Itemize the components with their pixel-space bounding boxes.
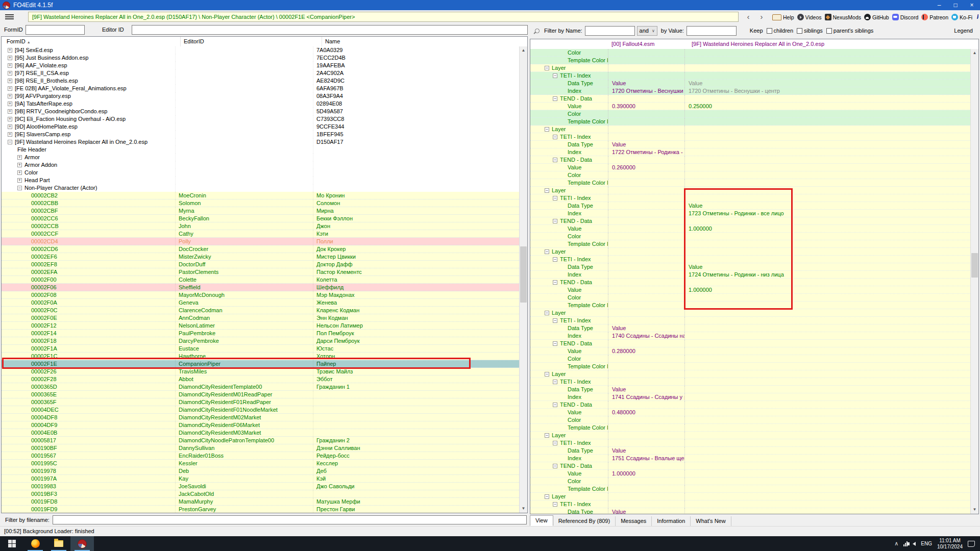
compare-row[interactable]: −Layer [530,64,970,72]
compare-row[interactable]: −TETI - Index [530,317,970,324]
table-row[interactable]: 00002F14PaulPembrokeПол Пемброук [2,330,519,337]
compare-row[interactable]: Template Color I... [530,302,970,309]
tree-row[interactable]: +Armor [2,154,519,161]
table-row[interactable]: 00002F1ECompanionPiperПайпер [2,360,519,368]
tree-row[interactable]: +Armor Addon [2,161,519,169]
compare-row[interactable]: Index1741 Ссадины - Ссадины у рта 1 [530,393,970,401]
column-fallout4-esm[interactable]: [00] Fallout4.esm [608,39,688,49]
compare-row[interactable]: Color [530,416,970,424]
table-row[interactable]: 00004DF8DiamondCityResidentM02Market [2,414,519,421]
table-row[interactable]: 00002EFAPastorClementsПастор Клементс [2,268,519,276]
expand-icon[interactable]: + [17,170,22,175]
tree-row[interactable]: +Color [2,169,519,177]
compare-row[interactable]: Template Color I... [530,240,970,248]
compare-row[interactable]: Index1723 Отметины - Родинки - все лицо [530,210,970,217]
tray-chevron-icon[interactable]: ∧ [894,540,898,547]
collapse-icon[interactable]: − [545,494,549,499]
tab-information[interactable]: Information [652,516,691,526]
table-row[interactable]: 00002CCBJohnДжон [2,222,519,230]
table-row[interactable]: 00002F0CClarenceCodmanКларенс Кодман [2,307,519,314]
tree-row[interactable]: +[9B] RRTV_GoodneighborCondo.esp5D49A587 [2,108,519,115]
taskbar-fo4edit[interactable] [70,536,94,551]
compare-row[interactable]: −TETI - Index [530,194,970,202]
scrollbar-thumb[interactable] [520,246,527,303]
expand-icon[interactable]: + [8,109,12,114]
tree-row[interactable]: +[9E] SlaversCamp.esp1BFEF945 [2,131,519,138]
compare-row[interactable]: Index1724 Отметины - Родинки - низ лица [530,271,970,279]
table-row[interactable]: 00004DF9DiamondCityResidentF06Market [2,421,519,429]
compare-row[interactable]: −TETI - Index [530,256,970,263]
table-row[interactable]: 00002F1CHawthorneХоторн [2,353,519,360]
compare-row[interactable]: −Layer [530,187,970,194]
collapse-icon[interactable]: − [545,127,549,132]
scroll-up-icon[interactable]: ▲ [971,49,978,57]
expand-icon[interactable]: + [8,71,12,76]
compare-row[interactable]: −Layer [530,370,970,378]
table-row[interactable]: 00002EF8DoctorDuffДоктор Дафф [2,261,519,268]
compare-row[interactable]: −Layer [530,309,970,317]
tree-row[interactable]: +[99] AFVPurgatory.esp08A3F9A4 [2,92,519,100]
tree-row[interactable]: +[9D] AlootHomePlate.esp9CCFE344 [2,123,519,131]
compare-row[interactable]: Data TypeValue [530,447,970,455]
compare-row[interactable]: Value0.260000 [530,164,970,171]
expand-icon[interactable]: + [8,63,12,68]
collapse-icon[interactable]: − [545,433,549,438]
network-icon[interactable] [903,541,908,546]
table-row[interactable]: 00002F12NelsonLatimerНельсон Латимер [2,322,519,330]
close-button[interactable]: × [964,0,980,10]
speaker-icon[interactable] [913,542,916,546]
table-row[interactable]: 00019FD9PrestonGarveyПрестон Гарви [2,506,519,513]
compare-row[interactable]: −Layer [530,493,970,500]
compare-row[interactable]: −TEND - Data [530,279,970,286]
table-row[interactable]: 0000365FDiamondCityResidentF01ReadPaper [2,398,519,406]
collapse-icon[interactable]: − [545,372,549,377]
compare-row[interactable]: Data TypeValue [530,324,970,332]
expand-icon[interactable]: + [17,163,22,167]
column-editorid[interactable]: EditorID [180,37,322,46]
table-row[interactable]: 00002CD4PollyПолли [2,238,519,245]
nexusmods-link[interactable]: NexusMods [825,14,861,20]
compare-row[interactable]: Template Color I... [530,485,970,493]
breadcrumb[interactable]: [9F] Wasteland Heroines Replacer All in … [28,12,739,22]
compare-row[interactable]: Data TypeValue [530,508,970,514]
minimize-button[interactable]: – [931,0,947,10]
compare-row[interactable]: −TEND - Data [530,401,970,409]
collapse-icon[interactable]: − [553,196,557,201]
compare-row[interactable]: Template Color I... [530,424,970,432]
table-row[interactable]: 0001995CKesslerКесслер [2,460,519,467]
compare-row[interactable]: −TEND - Data [530,156,970,164]
menu-icon[interactable] [5,14,14,20]
tab-view[interactable]: View [530,515,553,526]
expand-icon[interactable]: + [8,124,12,129]
compare-row[interactable]: −TETI - Index [530,439,970,447]
expand-icon[interactable]: + [17,155,22,160]
tree-row[interactable]: +[95] Just Business Addon.esp7ECC2D4B [2,54,519,62]
compare-row[interactable]: Data TypeValue [530,386,970,393]
keep-children-checkbox[interactable]: children [767,28,794,34]
legend-link[interactable]: Legend [954,28,973,34]
notification-icon[interactable] [968,541,975,547]
table-row[interactable]: 00002F0EAnnCodmanЭнн Кодман [2,314,519,322]
compare-row[interactable]: Value1.000000 [530,225,970,233]
expand-icon[interactable]: + [8,79,12,83]
expand-icon[interactable]: + [8,86,12,91]
expand-icon[interactable]: + [8,117,12,121]
formid-input[interactable] [26,25,85,35]
left-scrollbar[interactable]: ▲ ▼ [519,46,527,513]
table-row[interactable]: 00002F00ColetteКолетта [2,276,519,284]
table-row[interactable]: 00002F26TravisMilesТрэвис Майлз [2,368,519,375]
start-button[interactable] [0,536,23,551]
table-row[interactable]: 00019BF3JackCabotOld [2,490,519,498]
tree-row[interactable]: +[98] RSE_II_Brothels.espAE824D9C [2,77,519,85]
tab-referenced-by-809-[interactable]: Referenced By (809) [553,516,616,526]
tree-row[interactable]: File Header [2,146,519,154]
tree-row[interactable]: +[94] SexEd.esp7A0A0329 [2,46,519,54]
table-row[interactable]: 00019567EncRaider01BossРейдер-босс [2,452,519,460]
table-row[interactable]: 000190BFDannySullivanДэнни Салливан [2,444,519,452]
filter-name-input[interactable] [585,26,635,36]
table-row[interactable]: 00019983JoeSavoldiДжо Савольди [2,483,519,490]
discord-link[interactable]: Discord [892,14,919,20]
filename-filter-input[interactable] [53,515,527,524]
compare-row[interactable]: Index1751 Ссадины - Впалые щеки [530,455,970,462]
table-row[interactable]: 00002EF6MisterZwickyМистер Цвикки [2,253,519,261]
